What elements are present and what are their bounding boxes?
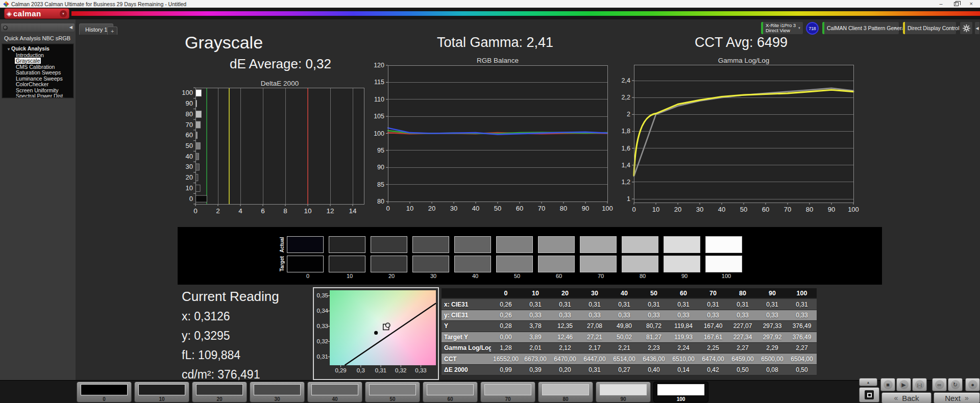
layout-tree: ▾Quick AnalysisIntroductionGrayscaleCMS … [2,44,74,98]
table-cell-target-y-70: 167,61 [698,332,728,343]
back-button-label: Back [902,394,919,402]
chevron-down-icon: ▼ [60,10,67,17]
sidebar-item-spectral-power-dist[interactable]: Spectral Power Dist. [3,93,73,98]
tree-expanded-icon[interactable]: ▾ [8,47,10,52]
pattern-tile-70[interactable]: 70 [480,382,535,402]
next-button[interactable]: Next » [934,392,980,403]
cie-y-tick: 0,32 [314,338,328,344]
table-cell-e-2000-60: 0,14 [669,365,698,375]
table-cell-target-y-100: 376,49 [787,332,817,343]
svg-text:80: 80 [377,198,384,205]
table-cell-target-y-30: 27,21 [580,332,609,343]
svg-text:12: 12 [326,207,334,215]
swatch-level-80: 80 [622,273,664,279]
svg-text:10: 10 [652,206,659,213]
pattern-tile-100[interactable]: 100 [653,382,708,402]
table-cell-e-2000-20: 0,20 [550,365,580,375]
svg-text:70: 70 [186,121,193,129]
svg-text:80: 80 [560,205,567,212]
swatch-row-target: Target [278,256,747,272]
read-button[interactable]: ● [965,378,980,391]
daylight-locus-line [345,304,436,366]
settings-button[interactable] [960,21,973,35]
target-swatch-100 [705,256,742,272]
display-control-button[interactable]: Direct Display Control ▼ [902,21,957,35]
pattern-tile-label: 70 [481,396,535,402]
deltae-bar-50 [196,143,201,149]
target-swatch-10 [329,256,365,272]
pattern-window-button[interactable] [859,387,879,402]
calman-menu-button[interactable]: ◈ calman ▼ [4,8,69,19]
continuous-icon: ∞ [935,380,944,389]
target-swatch-90 [664,256,700,272]
meter-badge[interactable]: 718 [806,22,819,35]
sidebar-item-colorchecker[interactable]: ColorChecker [3,82,73,88]
swatch-row-actual: Actual [278,236,747,253]
add-tab-button[interactable]: + [107,27,117,35]
pattern-tile-60[interactable]: 60 [423,382,478,402]
pattern-tile-80[interactable]: 80 [538,382,593,402]
sidebar-item-grayscale[interactable]: Grayscale [3,58,73,64]
pattern-tile-label: 100 [654,396,708,402]
svg-text:70: 70 [784,206,791,213]
step-button[interactable]: [–] [912,378,927,391]
window-title: Calman 2023 Calman Ultimate for Business… [11,1,186,7]
svg-text:90: 90 [582,205,589,212]
pattern-generator-button[interactable]: CalMAN Client 3 Pattern Generator ▼ [822,21,899,35]
table-cell-target-y-60: 119,93 [669,332,698,343]
svg-text:105: 105 [374,113,384,120]
pattern-swatch-60 [427,384,474,395]
pattern-tile-40[interactable]: 40 [307,382,362,402]
meter-button[interactable]: X-Rite i1Pro 3 Direct View ▼ [761,21,803,35]
record-icon[interactable] [3,26,8,30]
total-gamma-readout: Total Gamma: 2,41 [375,35,615,51]
pattern-tile-50[interactable]: 50 [365,382,420,402]
de-average-readout: dE Average: 0,32 [230,56,331,72]
tree-group-quick-analysis[interactable]: ▾Quick Analysis [3,46,73,53]
back-button[interactable]: « Back [881,392,932,403]
back-chevron-icon: « [894,394,898,402]
swatch-level-30: 30 [412,273,454,279]
swatch-level-100: 100 [705,273,747,279]
pattern-tile-90[interactable]: 90 [596,382,651,402]
deltae-bar-40 [196,153,199,160]
table-column-header-80: 80 [728,288,757,298]
pattern-tile-10[interactable]: 10 [134,382,189,402]
close-button[interactable]: × [970,1,973,7]
svg-text:40: 40 [472,205,479,212]
pattern-tile-30[interactable]: 30 [250,382,305,402]
gear-icon [963,24,970,32]
calman-app-window: Calman 2023 Calman Ultimate for Business… [0,0,980,403]
collapse-toolbar-button[interactable]: ◀ [974,21,980,35]
svg-text:1,4: 1,4 [622,162,630,169]
sidebar-item-saturation-sweeps[interactable]: Saturation Sweeps [3,70,73,76]
cie-x-tick: 0,31 [372,367,390,373]
loop-button[interactable]: ↻ [948,378,963,391]
continuous-button[interactable]: ∞ [932,378,947,391]
svg-text:1: 1 [627,195,630,203]
actual-swatch-80 [622,236,658,253]
meter-mode: Direct View [766,28,796,34]
svg-text:70: 70 [538,205,545,212]
actual-swatch-90 [664,236,700,253]
pattern-tile-0[interactable]: 0 [77,382,132,402]
table-cell-e-2000-40: 0,27 [609,365,639,375]
stop-button[interactable]: ■ [880,378,895,391]
table-cell-cct-50: 6436,00 [639,354,669,364]
pattern-tile-20[interactable]: 20 [192,382,247,402]
cie-x-tick: 0,33 [412,367,430,373]
minimize-button[interactable]: – [939,1,942,7]
collapse-sidebar-icon[interactable]: ◀ [69,26,72,30]
play-button[interactable]: ▶ [896,378,911,391]
pattern-swatch-100 [657,384,704,395]
svg-text:0: 0 [193,207,198,215]
table-cell-target-y-90: 297,92 [757,332,787,343]
svg-text:8: 8 [283,207,287,215]
svg-text:30: 30 [450,205,457,212]
svg-text:50: 50 [186,142,193,149]
table-cell-e-2000-0: 0,99 [491,365,521,375]
expand-panel-button[interactable]: ▲ [859,378,877,386]
maximize-button[interactable] [954,2,959,6]
pattern-tile-label: 30 [250,396,304,402]
cct-average-readout: CCT Avg: 6499 [621,35,861,51]
